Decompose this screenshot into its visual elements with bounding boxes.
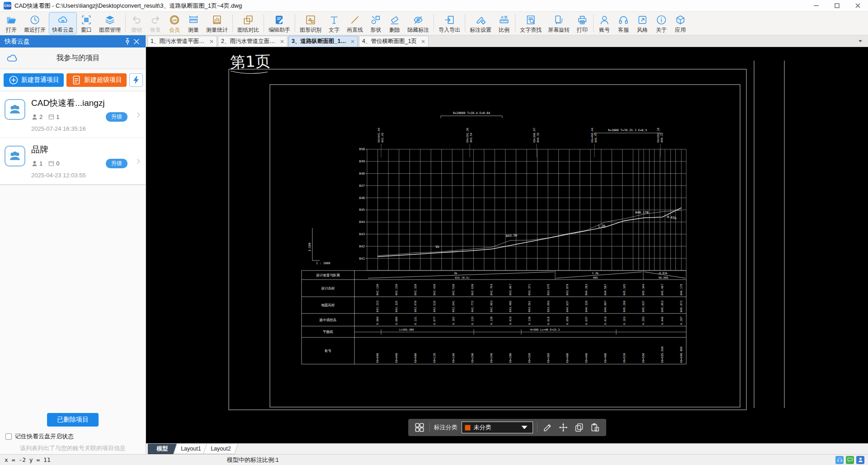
chevron-right-icon[interactable]: [135, 111, 142, 119]
annotate-settings-icon: [475, 14, 486, 26]
toolbar-item-screen-rotate[interactable]: 屏幕旋转: [545, 12, 573, 34]
svg-text:-0.61‰: -0.61‰: [665, 215, 677, 220]
qq-contact-icon[interactable]: [856, 456, 864, 464]
project-avatar: [5, 99, 25, 120]
toolbar-item-shape-recognize[interactable]: 图形识别: [297, 12, 325, 34]
toolbar-item-cloud[interactable]: 快看云盘: [49, 12, 77, 34]
toolbar-item-measure[interactable]: 测量: [184, 12, 203, 34]
svg-text:843.54: 843.54: [469, 133, 472, 142]
wechat-chat-icon[interactable]: [846, 456, 854, 464]
svg-text:842.764: 842.764: [490, 284, 493, 295]
svg-text:843.693: 843.693: [547, 300, 550, 312]
annotation-grid-icon[interactable]: [414, 422, 425, 433]
toolbar-group: 编辑助手: [265, 12, 293, 34]
toolbar-item-clock[interactable]: 最近打开: [21, 12, 49, 34]
toolbar-item-draw-line[interactable]: 画直线: [344, 12, 366, 34]
project-card[interactable]: CAD快速看...iangzj 2 1 升级 2025-07-24 16:35:…: [0, 91, 146, 138]
new-super-project-button[interactable]: 新建超级项目: [66, 73, 127, 87]
toolbar-item-label: 账号: [599, 27, 610, 33]
annotation-class-dropdown[interactable]: 未分类: [462, 422, 533, 433]
files-icon: [48, 114, 55, 120]
toolbar-item-layers[interactable]: 图层管理: [96, 12, 124, 34]
window-title: CAD快速看图 - C:\Users\liangzj\Desktop\conve…: [14, 2, 242, 10]
drawing-tab[interactable]: 3、道路纵断面图_1页…✕: [288, 36, 358, 47]
close-button[interactable]: [847, 0, 868, 11]
drawing-tab-bar: 1、雨污水管道平面图…✕2、雨污水管道立面图…✕3、道路纵断面图_1页…✕4、管…: [146, 35, 868, 47]
svg-text:设计坡度与距离: 设计坡度与距离: [316, 273, 340, 277]
tab-close-icon[interactable]: ✕: [419, 38, 425, 45]
toolbar-item-window-select[interactable]: 窗口: [77, 12, 96, 34]
minimize-button[interactable]: [806, 0, 826, 11]
toolbar-item-export[interactable]: 导入导出: [435, 12, 463, 34]
svg-text:K0+000: K0+000: [376, 353, 379, 363]
copy-annotation-button[interactable]: [573, 422, 585, 433]
toolbar-item-compare[interactable]: 图纸对比: [234, 12, 262, 34]
toolbar-item-headset[interactable]: 客服: [614, 12, 633, 34]
svg-text:K0+200: K0+200: [471, 353, 474, 363]
project-card[interactable]: 品牌 1 0 升级 2025-04-23 12:03:55: [0, 138, 146, 185]
tab-close-icon[interactable]: ✕: [208, 38, 214, 45]
toolbar-separator: [264, 14, 264, 32]
tab-close-icon[interactable]: ✕: [349, 38, 355, 45]
upgrade-badge[interactable]: 升级: [106, 112, 127, 122]
toolbar-item-info[interactable]: 关于: [652, 12, 671, 34]
toolbar-item-style-square[interactable]: 风格: [633, 12, 652, 34]
pin-icon[interactable]: [123, 37, 132, 46]
svg-text:设计高程: 设计高程: [321, 286, 335, 290]
toolbar-item-label: 图形识别: [300, 27, 321, 33]
annotation-class-label: 标注分类: [434, 423, 458, 432]
toolbar-item-cube[interactable]: 应用: [671, 12, 690, 34]
upgrade-badge[interactable]: 升级: [106, 159, 127, 168]
sync-button[interactable]: [129, 73, 143, 87]
toolbar-item-label: 隐藏标注: [407, 27, 429, 33]
toolbar-item-label: 会员: [169, 27, 180, 33]
tab-close-icon[interactable]: ✕: [278, 38, 284, 45]
close-panel-icon[interactable]: [132, 37, 141, 46]
shape-recognize-icon: [305, 14, 316, 26]
svg-text:842.43: 842.43: [381, 133, 384, 142]
layout-tab-Layout2[interactable]: Layout2: [203, 444, 239, 454]
svg-text:0.086: 0.086: [395, 317, 398, 325]
svg-text:845.268: 845.268: [623, 300, 626, 312]
toolbar-item-user[interactable]: 账号: [595, 12, 614, 34]
svg-text:843.371: 843.371: [528, 284, 531, 295]
svg-text:842.639: 842.639: [471, 284, 474, 295]
toolbar-separator: [465, 14, 465, 32]
toolbar-item-folder-open[interactable]: 打开: [2, 12, 21, 34]
toolbar-item-vip[interactable]: VIP会员: [165, 12, 184, 34]
chevron-right-icon[interactable]: [135, 158, 142, 165]
toolbar-item-text-T[interactable]: 文字: [325, 12, 344, 34]
redo-icon: [150, 14, 161, 26]
deleted-projects-button[interactable]: 已删除项目: [47, 413, 99, 427]
svg-text:845.407: 845.407: [660, 284, 664, 295]
cad-drawing[interactable]: 第1页8508498488478468458448438428411‰843.5…: [146, 47, 868, 443]
drawing-canvas[interactable]: 第1页8508498488478468458448438428411‰843.5…: [146, 47, 868, 443]
layout-tab-模型[interactable]: 模型: [148, 444, 177, 454]
toolbar-item-label: 快看云盘: [52, 27, 74, 33]
project-avatar: [5, 146, 25, 166]
maximize-button[interactable]: [826, 0, 847, 11]
edit-annotation-button[interactable]: [542, 422, 553, 433]
toolbar-item-label: 删除: [389, 27, 400, 33]
toolbar-item-eraser[interactable]: 删除: [385, 12, 404, 34]
tab-list-caret-icon[interactable]: [857, 38, 863, 44]
toolbar-item-edit-assist[interactable]: 编辑助手: [265, 12, 293, 34]
toolbar-item-measure-stats[interactable]: 测量统计: [203, 12, 231, 34]
service-headset-icon[interactable]: [835, 456, 844, 464]
toolbar-item-scale-AB[interactable]: A:B比例: [495, 12, 514, 34]
drawing-tab[interactable]: 1、雨污水管道平面图…✕: [147, 36, 217, 47]
remember-state-checkbox[interactable]: [5, 433, 12, 440]
toolbar-item-eye-off[interactable]: 隐藏标注: [404, 12, 432, 34]
drawing-tab[interactable]: 2、雨污水管道立面图…✕: [218, 36, 288, 47]
toolbar-item-printer[interactable]: 打印: [573, 12, 592, 34]
move-annotation-button[interactable]: [557, 422, 569, 433]
new-normal-project-button[interactable]: 新建普通项目: [4, 73, 64, 87]
drawing-tab[interactable]: 4、管位横断面图_1页✕: [359, 36, 429, 47]
toolbar-item-text-search[interactable]: 文字查找: [517, 12, 545, 34]
svg-text:0.139: 0.139: [490, 317, 493, 325]
toolbar-item-shapes[interactable]: 形状: [366, 12, 385, 34]
paste-annotation-button[interactable]: [589, 422, 601, 433]
sidebar-footer: 已删除项目 记住快看云盘开启状态 该列表列出了与您的账号关联的项目信息: [0, 408, 146, 454]
toolbar-group: 文字查找屏幕旋转打印: [517, 12, 592, 34]
toolbar-item-annotate-settings[interactable]: 标注设置: [467, 12, 495, 34]
